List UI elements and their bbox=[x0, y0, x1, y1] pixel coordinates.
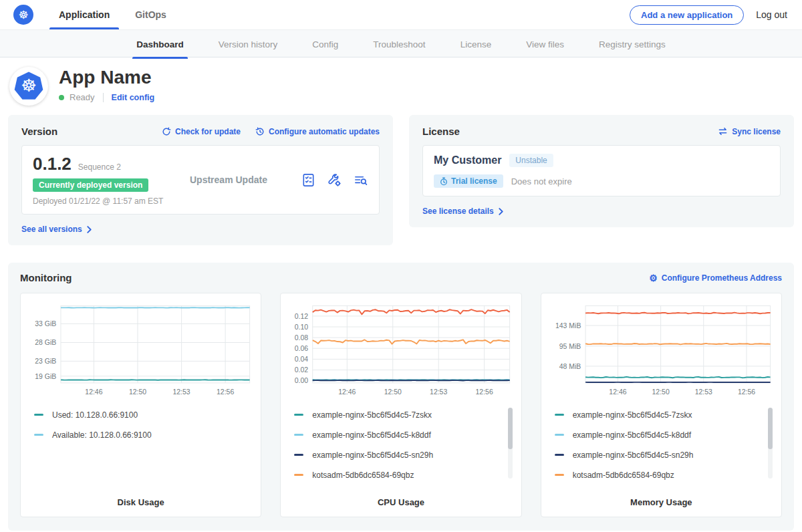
wrench-gear-icon bbox=[327, 172, 342, 188]
version-card: Version Check for update Configure autom… bbox=[8, 115, 393, 245]
svg-text:12:56: 12:56 bbox=[217, 388, 234, 396]
svg-text:28 GiB: 28 GiB bbox=[35, 339, 56, 346]
legend-swatch bbox=[294, 434, 303, 436]
legend-swatch bbox=[34, 434, 43, 436]
svg-text:0.06: 0.06 bbox=[295, 345, 309, 352]
legend-label: example-nginx-5bc6f5d4c5-7zskx bbox=[573, 410, 692, 420]
legend-item: Used: 10.128.0.66:9100 bbox=[34, 405, 241, 425]
svg-text:0.08: 0.08 bbox=[295, 334, 309, 342]
top-navbar: ☸ ApplicationGitOps Add a new applicatio… bbox=[0, 0, 802, 29]
svg-text:0.12: 0.12 bbox=[295, 313, 309, 320]
legend-label: example-nginx-5bc6f5d4c5-sn29h bbox=[312, 450, 433, 460]
charts-row: 33 GiB28 GiB23 GiB19 GiB12:4612:5012:531… bbox=[20, 293, 782, 517]
subnav-tabs: DashboardVersion historyConfigTroublesho… bbox=[136, 30, 666, 58]
divider bbox=[103, 93, 104, 102]
legend-item: example-nginx-5bc6f5d4c5-sn29h bbox=[555, 445, 761, 465]
legend-item: example-nginx-5bc6f5d4c5-7zskx bbox=[555, 405, 761, 425]
add-application-button[interactable]: Add a new application bbox=[630, 5, 744, 25]
legend-label: kotsadm-5db6dc6584-69qbz bbox=[573, 471, 674, 480]
status-dot bbox=[59, 95, 64, 100]
legend-swatch bbox=[555, 454, 564, 456]
view-diff-button[interactable] bbox=[353, 172, 368, 188]
refresh-icon bbox=[162, 127, 171, 136]
disk-usage-legend: Used: 10.128.0.66:9100Available: 10.128.… bbox=[34, 405, 241, 445]
chart-title: Memory Usage bbox=[548, 492, 775, 507]
svg-text:☸: ☸ bbox=[21, 76, 36, 96]
see-license-details-link[interactable]: See license details bbox=[422, 207, 504, 216]
scrollbar-thumb[interactable] bbox=[508, 408, 513, 449]
legend-item: example-nginx-5bc6f5d4c5-7zskx bbox=[294, 405, 501, 425]
chart-panel-memory-usage: 143 MiB95 MiB48 MiB12:4612:5012:5312:56e… bbox=[541, 293, 782, 517]
legend-scrollbar[interactable] bbox=[508, 408, 513, 479]
topnav-tab-application[interactable]: Application bbox=[57, 0, 111, 29]
legend-item: kotsadm-5db6dc6584-69qbz bbox=[555, 465, 761, 485]
svg-text:12:56: 12:56 bbox=[476, 388, 493, 396]
svg-text:12:53: 12:53 bbox=[694, 388, 712, 396]
deployed-timestamp: Deployed 01/21/22 @ 11:57 am EST bbox=[33, 196, 190, 206]
edit-config-button[interactable] bbox=[327, 172, 342, 188]
chart-title: CPU Usage bbox=[287, 492, 514, 507]
svg-text:12:46: 12:46 bbox=[609, 388, 626, 396]
version-sequence: Sequence 2 bbox=[78, 162, 121, 172]
app-name: App Name bbox=[59, 67, 154, 88]
legend-item: kotsadm-5db6dc6584-69qbz bbox=[294, 465, 501, 485]
license-details-box: My Customer Unstable Trial license Does … bbox=[422, 145, 781, 196]
legend-label: kotsadm-5db6dc6584-69qbz bbox=[312, 471, 414, 480]
app-icon: ☸ bbox=[9, 67, 48, 106]
svg-text:12:53: 12:53 bbox=[430, 388, 447, 396]
svg-text:12:50: 12:50 bbox=[384, 388, 402, 396]
legend-label: example-nginx-5bc6f5d4c5-k8ddf bbox=[573, 430, 691, 440]
legend-label: example-nginx-5bc6f5d4c5-k8ddf bbox=[312, 430, 430, 440]
subnav-tab-license[interactable]: License bbox=[460, 30, 492, 58]
check-for-update-link[interactable]: Check for update bbox=[162, 127, 241, 136]
sync-license-link[interactable]: Sync license bbox=[718, 127, 781, 136]
subnav-tab-registry-settings[interactable]: Registry settings bbox=[599, 30, 666, 58]
version-number: 0.1.2 bbox=[33, 154, 72, 174]
logout-link[interactable]: Log out bbox=[756, 9, 787, 20]
status-text: Ready bbox=[70, 92, 95, 102]
current-version-box: 0.1.2 Sequence 2 Currently deployed vers… bbox=[21, 145, 380, 215]
see-all-versions-link[interactable]: See all versions bbox=[21, 225, 92, 234]
subnav-tab-dashboard[interactable]: Dashboard bbox=[136, 30, 184, 58]
file-search-icon bbox=[353, 172, 368, 188]
kubernetes-heptagon-icon: ☸ bbox=[13, 71, 44, 102]
legend-swatch bbox=[294, 454, 303, 456]
configure-prometheus-link[interactable]: ⚙ Configure Prometheus Address bbox=[649, 273, 782, 283]
legend-item: example-nginx-5bc6f5d4c5-sn29h bbox=[294, 445, 501, 465]
edit-config-link[interactable]: Edit config bbox=[112, 93, 155, 102]
svg-text:48 MiB: 48 MiB bbox=[559, 363, 581, 370]
stopwatch-icon bbox=[440, 177, 448, 186]
clock-refresh-icon bbox=[255, 127, 265, 136]
legend-scrollbar[interactable] bbox=[768, 408, 773, 479]
subnav-tab-version-history[interactable]: Version history bbox=[219, 30, 278, 58]
legend-label: example-nginx-5bc6f5d4c5-sn29h bbox=[573, 450, 694, 460]
subnav-tab-troubleshoot[interactable]: Troubleshoot bbox=[373, 30, 425, 58]
chevron-right-icon bbox=[86, 226, 92, 233]
sync-arrows-icon bbox=[718, 127, 728, 136]
license-expiry: Does not expire bbox=[511, 176, 572, 186]
license-type-badge: Trial license bbox=[434, 174, 503, 188]
legend-swatch bbox=[555, 414, 564, 416]
license-card: License Sync license My Customer Unstabl… bbox=[409, 115, 794, 227]
legend-item: example-nginx-5bc6f5d4c5-k8ddf bbox=[555, 425, 761, 445]
configure-automatic-updates-link[interactable]: Configure automatic updates bbox=[255, 127, 380, 136]
legend-swatch bbox=[555, 474, 564, 476]
channel-badge: Unstable bbox=[509, 154, 553, 167]
legend-swatch bbox=[294, 414, 303, 416]
legend-swatch bbox=[294, 474, 303, 476]
scrollbar-thumb[interactable] bbox=[768, 408, 773, 449]
subnav-tab-config[interactable]: Config bbox=[312, 30, 338, 58]
legend-swatch bbox=[34, 414, 43, 416]
app-header: ☸ App Name Ready Edit config bbox=[0, 57, 802, 110]
svg-text:23 GiB: 23 GiB bbox=[35, 358, 56, 365]
topnav-tab-gitops[interactable]: GitOps bbox=[134, 0, 168, 29]
deployed-badge: Currently deployed version bbox=[33, 178, 148, 192]
svg-text:12:50: 12:50 bbox=[652, 388, 669, 396]
memory-usage-plot: 143 MiB95 MiB48 MiB12:4612:5012:5312:56 bbox=[548, 300, 775, 401]
preflight-checks-button[interactable] bbox=[301, 172, 316, 188]
subnav-tab-view-files[interactable]: View files bbox=[526, 30, 564, 58]
svg-text:12:46: 12:46 bbox=[339, 388, 356, 396]
svg-text:0.00: 0.00 bbox=[295, 377, 309, 384]
version-source-label: Upstream Update bbox=[190, 174, 267, 185]
monitoring-title: Monitoring bbox=[20, 272, 72, 283]
